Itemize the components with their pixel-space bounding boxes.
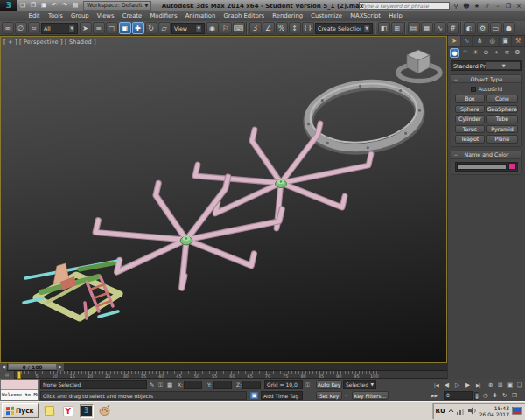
curve-editor-icon[interactable]: ∿ <box>434 22 446 34</box>
category-geometry-icon[interactable]: ● <box>450 48 459 58</box>
zoom-all-icon[interactable]: ⊞ <box>498 382 502 388</box>
frame-spinner[interactable]: ▲▼ <box>474 392 480 400</box>
object-name-input[interactable] <box>457 164 507 170</box>
select-and-rotate-icon[interactable]: ↻ <box>145 22 158 34</box>
pan-icon[interactable]: ✚ <box>493 392 497 399</box>
macro-recorder-pane[interactable] <box>1 380 38 390</box>
select-object-icon[interactable]: ➤ <box>80 22 92 34</box>
angle-snap-icon[interactable]: ∠ <box>262 22 275 34</box>
render-production-icon[interactable]: ● <box>503 22 515 34</box>
mirror-icon[interactable]: ◧ <box>378 22 390 34</box>
select-manipulate-icon[interactable]: ⚐ <box>220 22 232 34</box>
save-file-icon[interactable]: ▣ <box>38 1 49 10</box>
category-lights-icon[interactable]: ☀ <box>471 48 480 58</box>
zoom-icon[interactable]: ⊕ <box>488 382 493 388</box>
goto-start-icon[interactable]: |◀ <box>434 382 439 388</box>
snap-toggle-icon[interactable]: 3 <box>249 22 262 34</box>
category-systems-icon[interactable]: ⚙ <box>513 48 522 58</box>
object-type-button[interactable]: Teapot <box>455 135 485 144</box>
menu-item[interactable]: Animation <box>181 11 220 21</box>
object-type-button[interactable]: Tube <box>486 115 518 123</box>
object-type-button[interactable]: Plane <box>486 135 518 144</box>
window-crossing-icon[interactable]: ▣ <box>119 22 131 34</box>
time-marker[interactable] <box>18 371 21 379</box>
paint-icon[interactable] <box>98 404 112 418</box>
ribbon-toggle-icon[interactable]: ▦ <box>421 22 433 34</box>
zoom-extents-all-icon[interactable]: ❏ <box>517 382 522 388</box>
help-icon[interactable]: ? <box>483 3 492 10</box>
coord-system-dropdown[interactable]: View ▼ <box>172 23 205 34</box>
pin-icon[interactable]: ✎ <box>150 382 154 388</box>
category-shapes-icon[interactable]: ◠ <box>460 48 470 58</box>
object-type-button[interactable]: Cylinder <box>455 115 485 123</box>
selection-filter-dropdown[interactable]: All ▼ <box>41 23 78 34</box>
percent-snap-icon[interactable]: % <box>276 22 288 34</box>
perspective-viewport[interactable]: [ + ] [ Perspective ] [ Shaded ] <box>0 36 447 363</box>
object-type-button[interactable]: GeoSphere <box>486 105 518 114</box>
x-input[interactable] <box>184 381 202 389</box>
time-config-icon[interactable]: ◔ <box>483 392 488 399</box>
current-frame-field[interactable]: 0 <box>444 391 473 400</box>
listener-pane[interactable]: Welcome to MAXScript <box>1 390 38 400</box>
volume-icon[interactable] <box>468 407 477 415</box>
selected-dropdown[interactable]: Selected ▼ <box>343 380 376 389</box>
3dsmax-taskbar-icon[interactable]: 3 <box>80 404 94 418</box>
add-time-tag[interactable]: Add Time Tag <box>261 391 303 400</box>
zoom-extents-icon[interactable]: ▣ <box>508 382 513 388</box>
track-bar-toggle[interactable]: ▤ <box>0 371 15 379</box>
goto-end-icon[interactable]: ▶| <box>476 382 481 388</box>
autogrid-checkbox[interactable] <box>471 87 476 92</box>
set-key-button[interactable]: Set Key <box>316 391 342 400</box>
rendered-frame-icon[interactable]: ▭ <box>490 22 502 34</box>
tab-hierarchy-icon[interactable]: ⋔ <box>473 36 486 46</box>
tab-utilities-icon[interactable]: ⚒ <box>512 36 525 46</box>
object-type-button[interactable]: Sphere <box>455 105 485 114</box>
orbit-icon[interactable]: ↻ <box>502 392 507 399</box>
viewport-label[interactable]: [ + ] [ Perspective ] [ Shaded ] <box>4 38 96 46</box>
object-type-button[interactable]: Box <box>455 94 485 103</box>
name-color-header[interactable]: − Name and Color <box>452 151 522 159</box>
workspace-dropdown[interactable]: Workspace: Default ▼ <box>83 1 151 10</box>
auto-key-button[interactable]: Auto Key <box>316 380 342 389</box>
language-indicator[interactable]: RU <box>436 408 445 415</box>
app-logo-icon[interactable]: 3 <box>0 0 18 11</box>
category-helpers-icon[interactable]: ⌖ <box>492 48 501 58</box>
signin-icon[interactable]: ☻ <box>462 3 471 10</box>
taskbar-clock[interactable]: 15:43 26.04.2017 <box>480 405 509 417</box>
material-editor-icon[interactable]: ◐ <box>464 22 476 34</box>
menu-item[interactable]: Modifiers <box>146 11 181 21</box>
schematic-view-icon[interactable]: # <box>447 22 459 34</box>
open-file-icon[interactable]: ❐ <box>28 1 38 10</box>
key-mode-icon[interactable]: ▶▶ <box>431 394 438 398</box>
action-flag-icon[interactable] <box>512 407 522 416</box>
layer-manager-icon[interactable]: ▤ <box>408 22 420 34</box>
search-icon[interactable]: ⚲ <box>452 3 460 10</box>
maxscript-mini-listener[interactable]: Welcome to MAXScript <box>0 379 38 401</box>
menu-item[interactable]: Create <box>118 11 146 21</box>
redo-icon[interactable]: ↷ <box>60 1 70 10</box>
menu-item[interactable]: Graph Editors <box>220 11 269 21</box>
favorites-star-icon[interactable]: ★ <box>472 3 481 10</box>
menu-item[interactable]: Help <box>385 11 407 21</box>
object-type-button[interactable]: Cone <box>486 94 518 103</box>
restore-button[interactable]: ❐ <box>504 3 513 10</box>
slider-next-icon[interactable]: ▶ <box>57 363 64 371</box>
network-icon[interactable] <box>457 407 466 415</box>
y-input[interactable] <box>214 381 232 389</box>
spinner-snap-icon[interactable]: ↕ <box>289 22 301 34</box>
object-type-header[interactable]: − Object Type <box>452 75 522 83</box>
play-icon[interactable]: ▷ <box>455 382 459 388</box>
slider-prev-icon[interactable]: ◀ <box>0 363 7 371</box>
category-spacewarps-icon[interactable]: ≋ <box>502 48 512 58</box>
select-by-name-icon[interactable]: ≡ <box>93 22 105 34</box>
start-button[interactable]: Пуск <box>2 403 38 418</box>
menu-item[interactable]: Edit <box>24 11 44 21</box>
tab-modify-icon[interactable]: ∿ <box>461 36 474 46</box>
minimize-button[interactable]: – <box>494 3 502 10</box>
menu-item[interactable]: Views <box>93 11 118 21</box>
prev-frame-icon[interactable]: ◀ <box>444 382 449 388</box>
object-type-button[interactable]: Pyramid <box>486 125 518 134</box>
bind-to-spacewarp-icon[interactable]: ≈ <box>28 22 40 34</box>
edit-named-sets-icon[interactable]: {} <box>302 22 314 34</box>
key-filters-button[interactable]: Key Filters... <box>352 391 388 400</box>
